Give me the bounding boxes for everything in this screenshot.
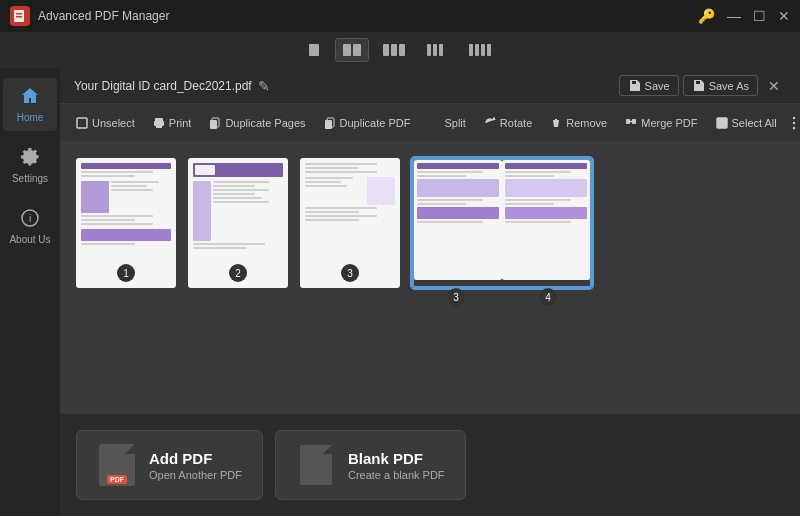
key-icon[interactable]: 🔑 <box>698 8 715 24</box>
doc-title: Your Digital ID card_Dec2021.pdf ✎ <box>74 78 270 94</box>
add-pdf-icon-wrapper: PDF <box>97 443 137 487</box>
svg-rect-2 <box>16 16 22 18</box>
doc-filename: Your Digital ID card_Dec2021.pdf <box>74 79 252 93</box>
minimize-btn[interactable]: — <box>727 8 741 24</box>
sidebar-item-settings[interactable]: Settings <box>3 139 57 192</box>
svg-rect-1 <box>16 13 22 15</box>
title-bar-left: Advanced PDF Manager <box>10 6 169 26</box>
svg-rect-11 <box>439 44 443 56</box>
view-quad[interactable] <box>419 38 455 62</box>
settings-icon <box>20 147 40 169</box>
home-icon <box>20 86 40 108</box>
duplicate-pages-label: Duplicate Pages <box>225 117 305 129</box>
view-quint[interactable] <box>461 38 501 62</box>
main-layout: Home Settings i About Us Your Digital ID… <box>0 68 800 516</box>
split-label: Split <box>444 117 465 129</box>
svg-rect-27 <box>632 119 636 124</box>
page-thumb-combined-34[interactable]: 3 4 <box>412 158 592 288</box>
svg-rect-18 <box>77 118 87 128</box>
add-pdf-subtitle: Open Another PDF <box>149 469 242 481</box>
app-title: Advanced PDF Manager <box>38 9 169 23</box>
blank-pdf-title: Blank PDF <box>348 450 445 467</box>
unselect-label: Unselect <box>92 117 135 129</box>
sidebar-item-home[interactable]: Home <box>3 78 57 131</box>
duplicate-pdf-button[interactable]: Duplicate PDF <box>316 113 419 133</box>
svg-rect-23 <box>210 120 217 129</box>
sidebar-item-about[interactable]: i About Us <box>3 200 57 253</box>
close-btn[interactable]: ✕ <box>778 8 790 24</box>
blank-pdf-card[interactable]: Blank PDF Create a blank PDF <box>275 430 466 500</box>
merge-pdf-button[interactable]: Merge PDF <box>617 113 705 133</box>
svg-rect-9 <box>427 44 431 56</box>
title-bar: Advanced PDF Manager 🔑 — ☐ ✕ <box>0 0 800 32</box>
unselect-button[interactable]: Unselect <box>68 113 143 133</box>
save-label: Save <box>645 80 670 92</box>
page-2-inner: 2 <box>188 158 288 288</box>
rotate-label: Rotate <box>500 117 532 129</box>
title-bar-controls[interactable]: 🔑 — ☐ ✕ <box>698 8 790 24</box>
app-icon <box>10 6 30 26</box>
pages-container: 1 <box>60 142 800 414</box>
page-3-inner: 3 <box>300 158 400 288</box>
close-doc-button[interactable]: ✕ <box>762 76 786 96</box>
add-pdf-card[interactable]: PDF Add PDF Open Another PDF <box>76 430 263 500</box>
add-pdf-text: Add PDF Open Another PDF <box>149 450 242 481</box>
blank-icon <box>300 445 332 485</box>
svg-rect-10 <box>433 44 437 56</box>
page-num-3: 3 <box>447 288 465 306</box>
view-single[interactable] <box>299 38 329 62</box>
sidebar-about-label: About Us <box>9 234 50 245</box>
svg-text:i: i <box>29 213 31 224</box>
combined-page-3 <box>414 160 502 280</box>
page-num-4: 4 <box>539 288 557 306</box>
svg-rect-3 <box>309 44 319 56</box>
combined-inner <box>412 158 592 288</box>
svg-rect-6 <box>383 44 389 56</box>
maximize-btn[interactable]: ☐ <box>753 8 766 24</box>
save-as-button[interactable]: Save As <box>683 75 758 96</box>
svg-rect-14 <box>481 44 485 56</box>
svg-rect-13 <box>475 44 479 56</box>
svg-rect-7 <box>391 44 397 56</box>
remove-button[interactable]: Remove <box>542 113 615 133</box>
svg-point-29 <box>793 116 795 118</box>
remove-label: Remove <box>566 117 607 129</box>
add-pdf-title: Add PDF <box>149 450 242 467</box>
doc-actions: Save Save As ✕ <box>619 75 786 96</box>
svg-point-30 <box>793 121 795 123</box>
more-options-button[interactable] <box>787 112 800 134</box>
duplicate-pages-button[interactable]: Duplicate Pages <box>201 113 313 133</box>
rotate-button[interactable]: Rotate <box>476 113 540 133</box>
view-double[interactable] <box>335 38 369 62</box>
print-button[interactable]: Print <box>145 113 200 133</box>
svg-rect-12 <box>469 44 473 56</box>
duplicate-pdf-label: Duplicate PDF <box>340 117 411 129</box>
edit-filename-icon[interactable]: ✎ <box>258 78 270 94</box>
about-icon: i <box>20 208 40 230</box>
select-all-button[interactable]: Select All <box>708 113 785 133</box>
save-as-label: Save As <box>709 80 749 92</box>
blank-pdf-icon-wrapper <box>296 443 336 487</box>
combined-page-4 <box>502 160 590 280</box>
page-thumb-1[interactable]: 1 <box>76 158 176 288</box>
svg-rect-4 <box>343 44 351 56</box>
svg-rect-21 <box>156 124 162 128</box>
select-all-label: Select All <box>732 117 777 129</box>
merge-pdf-label: Merge PDF <box>641 117 697 129</box>
view-triple[interactable] <box>375 38 413 62</box>
toolbar: Unselect Print Duplicate Pages Duplicate… <box>60 104 800 142</box>
svg-rect-15 <box>487 44 491 56</box>
svg-rect-26 <box>626 119 630 124</box>
svg-rect-8 <box>399 44 405 56</box>
sidebar: Home Settings i About Us <box>0 68 60 516</box>
doc-header: Your Digital ID card_Dec2021.pdf ✎ Save … <box>60 68 800 104</box>
page-thumb-2[interactable]: 2 <box>188 158 288 288</box>
page-thumb-3[interactable]: 3 <box>300 158 400 288</box>
blank-pdf-text: Blank PDF Create a blank PDF <box>348 450 445 481</box>
content-area: Your Digital ID card_Dec2021.pdf ✎ Save … <box>60 68 800 516</box>
save-button[interactable]: Save <box>619 75 679 96</box>
split-button[interactable]: Split <box>420 113 473 133</box>
sidebar-settings-label: Settings <box>12 173 48 184</box>
blank-pdf-subtitle: Create a blank PDF <box>348 469 445 481</box>
print-label: Print <box>169 117 192 129</box>
